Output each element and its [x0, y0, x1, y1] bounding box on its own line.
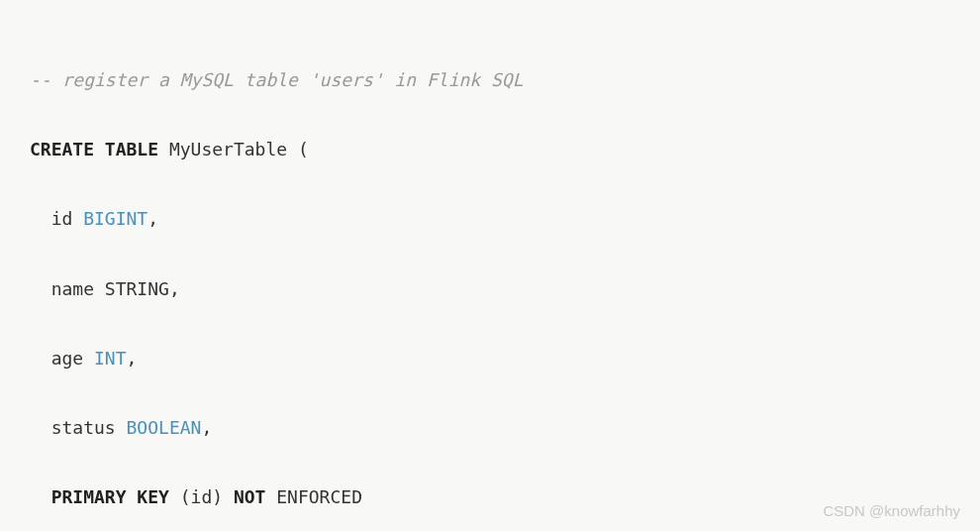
type-bigint: BIGINT [83, 208, 147, 229]
type-int: INT [94, 348, 127, 369]
comma: , [127, 348, 138, 369]
sql-code-block: -- register a MySQL table 'users' in Fli… [30, 28, 950, 531]
type-boolean: BOOLEAN [127, 417, 202, 438]
table-identifier: MyUserTable ( [158, 139, 309, 159]
sql-comment: -- register a MySQL table 'users' in Fli… [30, 69, 524, 90]
keyword-primary-key: PRIMARY KEY [51, 486, 169, 507]
watermark-text: CSDN @knowfarhhy [823, 496, 960, 525]
pk-columns: (id) [169, 486, 234, 507]
keyword-create-table: CREATE TABLE [30, 139, 158, 159]
col-name: name STRING, [51, 278, 180, 299]
comma: , [201, 417, 212, 438]
col-status: status [51, 417, 127, 438]
keyword-not: NOT [234, 486, 266, 507]
col-id: id [51, 208, 84, 229]
comma: , [147, 208, 158, 229]
col-age: age [51, 348, 94, 369]
pk-enforced: ENFORCED [265, 486, 362, 507]
